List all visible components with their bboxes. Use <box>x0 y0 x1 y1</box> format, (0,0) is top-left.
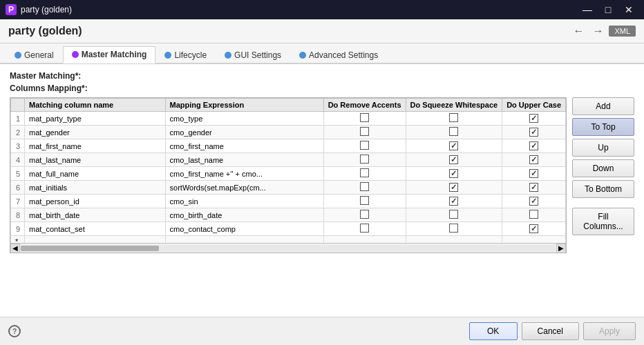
col-accents[interactable] <box>323 153 406 167</box>
columns-mapping-label: Columns Mapping*: <box>10 83 634 93</box>
col-name: mat_initials <box>25 181 166 195</box>
col-accents[interactable] <box>323 195 406 208</box>
checkbox[interactable] <box>360 141 369 150</box>
new-row-cell <box>25 236 166 244</box>
tab-label-lifecycle: Lifecycle <box>174 50 207 60</box>
checkbox[interactable] <box>529 128 538 137</box>
col-header-matching: Matching column name <box>25 99 166 112</box>
col-accents[interactable] <box>323 112 406 126</box>
col-upper[interactable] <box>502 126 566 139</box>
new-row-cell <box>406 236 502 244</box>
checkbox[interactable] <box>529 210 538 219</box>
checkbox[interactable] <box>449 210 458 219</box>
col-squeeze[interactable] <box>406 208 502 222</box>
tab-master-matching[interactable]: Master Matching <box>63 46 156 63</box>
checkbox[interactable] <box>360 182 369 191</box>
table-row[interactable]: 4mat_last_namecmo_last_name <box>11 153 566 167</box>
col-accents[interactable] <box>323 139 406 153</box>
col-upper[interactable] <box>502 222 566 236</box>
tab-lifecycle[interactable]: Lifecycle <box>155 47 216 63</box>
tab-gui-settings[interactable]: GUI Settings <box>216 47 290 63</box>
row-number: 9 <box>11 222 25 236</box>
table-row[interactable]: 1mat_party_typecmo_type <box>11 112 566 126</box>
col-accents[interactable] <box>323 208 406 222</box>
col-accents[interactable] <box>323 222 406 236</box>
tab-general[interactable]: General <box>6 47 63 63</box>
col-upper[interactable] <box>502 208 566 222</box>
back-button[interactable]: ← <box>570 23 587 39</box>
checkbox[interactable] <box>360 168 369 177</box>
checkbox[interactable] <box>529 155 538 164</box>
table-row[interactable]: 9mat_contact_setcmo_contact_comp <box>11 222 566 236</box>
col-upper[interactable] <box>502 181 566 195</box>
col-upper[interactable] <box>502 153 566 167</box>
checkbox[interactable] <box>529 169 538 178</box>
col-squeeze[interactable] <box>406 153 502 167</box>
col-squeeze[interactable] <box>406 112 502 126</box>
col-squeeze[interactable] <box>406 195 502 208</box>
ok-button[interactable]: OK <box>469 322 518 340</box>
checkbox[interactable] <box>449 141 458 150</box>
add-button[interactable]: Add <box>572 97 634 115</box>
row-number: 8 <box>11 208 25 222</box>
checkbox[interactable] <box>529 141 538 150</box>
col-squeeze[interactable] <box>406 181 502 195</box>
col-accents[interactable] <box>323 181 406 195</box>
col-upper[interactable] <box>502 195 566 208</box>
checkbox[interactable] <box>449 169 458 178</box>
checkbox[interactable] <box>449 127 458 136</box>
col-accents[interactable] <box>323 126 406 139</box>
horizontal-scrollbar[interactable]: ◀ ▶ <box>10 243 566 253</box>
table-row[interactable]: 7mat_person_idcmo_sin <box>11 195 566 208</box>
scroll-left-btn[interactable]: ◀ <box>10 244 20 253</box>
checkbox[interactable] <box>529 183 538 192</box>
window-title: party (golden) <box>8 25 82 37</box>
apply-button[interactable]: Apply <box>583 322 636 340</box>
help-button[interactable]: ? <box>8 325 21 337</box>
to-bottom-button[interactable]: To Bottom <box>572 180 634 198</box>
scroll-right-btn[interactable]: ▶ <box>556 244 566 253</box>
forward-button[interactable]: → <box>589 23 606 39</box>
xml-button[interactable]: XML <box>609 26 636 37</box>
col-upper[interactable] <box>502 167 566 181</box>
checkbox[interactable] <box>360 113 369 122</box>
table-row[interactable]: 6mat_initialssortWords(set.mapExp(cm... <box>11 181 566 195</box>
down-button[interactable]: Down <box>572 159 634 177</box>
col-squeeze[interactable] <box>406 139 502 153</box>
table-scroll-area[interactable]: Matching column name Mapping Expression … <box>10 98 566 243</box>
table-row[interactable]: 5mat_full_namecmo_first_name +'' + cmo..… <box>11 167 566 181</box>
tab-dot-advanced <box>299 52 306 59</box>
checkbox[interactable] <box>360 196 369 205</box>
col-squeeze[interactable] <box>406 222 502 236</box>
checkbox[interactable] <box>360 155 369 164</box>
app-icon: P <box>6 4 17 15</box>
col-accents[interactable] <box>323 167 406 181</box>
checkbox[interactable] <box>529 114 538 123</box>
up-button[interactable]: Up <box>572 139 634 157</box>
tab-advanced-settings[interactable]: Advanced Settings <box>290 47 387 63</box>
close-button[interactable]: ✕ <box>619 3 638 17</box>
checkbox[interactable] <box>360 224 369 233</box>
checkbox[interactable] <box>449 155 458 164</box>
col-squeeze[interactable] <box>406 126 502 139</box>
tab-bar: General Master Matching Lifecycle GUI Se… <box>0 43 644 64</box>
cancel-button[interactable]: Cancel <box>522 322 579 340</box>
checkbox[interactable] <box>449 113 458 122</box>
fill-columns-button[interactable]: Fill Columns... <box>572 208 634 235</box>
col-upper[interactable] <box>502 139 566 153</box>
checkbox[interactable] <box>529 197 538 206</box>
col-squeeze[interactable] <box>406 167 502 181</box>
minimize-button[interactable]: — <box>578 3 597 17</box>
to-top-button[interactable]: To Top <box>572 118 634 136</box>
checkbox[interactable] <box>449 197 458 206</box>
col-upper[interactable] <box>502 112 566 126</box>
table-row[interactable]: 2mat_gendercmo_gender <box>11 126 566 139</box>
checkbox[interactable] <box>360 210 369 219</box>
table-row[interactable]: 3mat_first_namecmo_first_name <box>11 139 566 153</box>
checkbox[interactable] <box>529 224 538 233</box>
maximize-button[interactable]: □ <box>598 3 618 17</box>
table-row[interactable]: 8mat_birth_datecmo_birth_date <box>11 208 566 222</box>
checkbox[interactable] <box>360 127 369 136</box>
checkbox[interactable] <box>449 183 458 192</box>
checkbox[interactable] <box>449 224 458 233</box>
